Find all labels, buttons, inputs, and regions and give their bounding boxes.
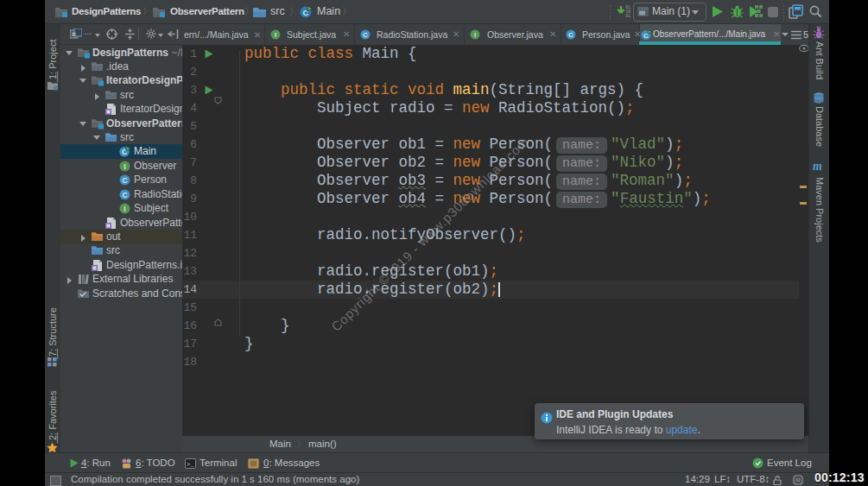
svg-text:I: I [275, 31, 276, 39]
svg-text:>_: >_ [187, 461, 194, 468]
svg-text:I: I [124, 205, 125, 213]
svg-text:01: 01 [626, 14, 631, 18]
svg-text:C: C [122, 176, 127, 185]
svg-text:C: C [363, 31, 368, 39]
svg-text:C: C [122, 191, 127, 199]
svg-text:I: I [474, 31, 476, 39]
svg-text:C: C [568, 31, 573, 39]
svg-text:I: I [124, 162, 125, 171]
